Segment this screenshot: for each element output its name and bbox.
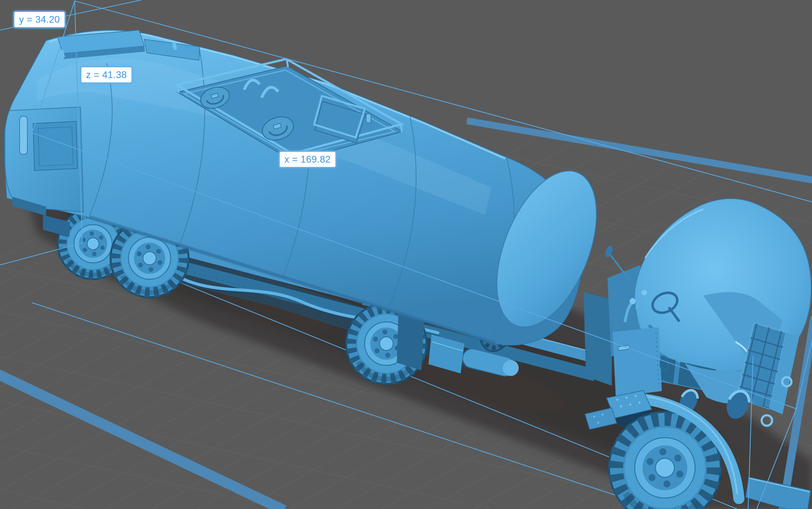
lug-nut — [99, 235, 103, 240]
lug-nut — [90, 232, 94, 236]
cab-back-panel — [584, 292, 612, 386]
lug-nut — [649, 474, 656, 481]
lug-nut — [92, 252, 97, 256]
lug-nut — [149, 267, 154, 272]
rear-handle — [20, 116, 27, 154]
3d-viewport[interactable]: y = 34.20 z = 41.38 x = 169.82 — [0, 0, 812, 509]
hub — [379, 337, 394, 351]
lug-nut — [663, 480, 670, 487]
lug-nut — [385, 353, 390, 358]
gear-lever-knob — [641, 290, 647, 295]
lug-nut — [647, 458, 654, 465]
lug-nut — [83, 248, 87, 252]
gear-lever-knob — [630, 298, 636, 304]
lug-nut — [138, 263, 143, 267]
lug-nut — [137, 251, 142, 256]
lug-nut — [156, 249, 161, 254]
lug-nut — [157, 260, 162, 265]
lug-nut — [375, 348, 379, 353]
lug-nut — [393, 334, 398, 339]
lug-nut — [674, 454, 681, 462]
lug-nut — [382, 330, 387, 334]
dimension-label-x: x = 169.82 — [279, 151, 336, 168]
lug-nut — [146, 245, 151, 249]
rear-door-panel — [33, 122, 77, 171]
dimension-label-y: y = 34.20 — [13, 11, 65, 28]
cab-door — [613, 327, 662, 397]
lug-nut — [373, 337, 378, 341]
hub — [655, 458, 674, 477]
lug-nut — [659, 448, 666, 455]
hub — [143, 251, 156, 265]
hub — [87, 238, 99, 249]
dimension-label-z: z = 41.38 — [80, 66, 133, 83]
lug-nut — [101, 246, 105, 250]
lug-nut — [676, 471, 683, 478]
